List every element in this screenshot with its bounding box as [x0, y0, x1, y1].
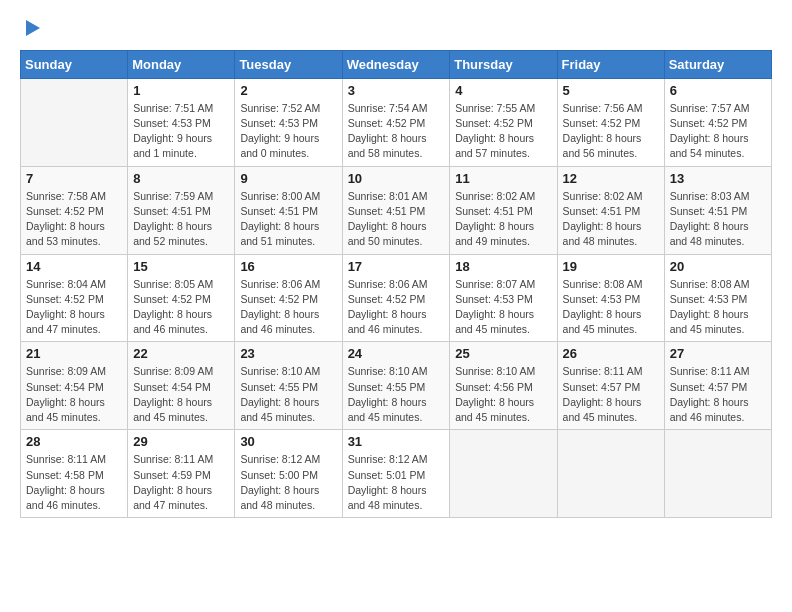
day-of-week-header: Tuesday [235, 50, 342, 78]
day-number: 20 [670, 259, 766, 274]
day-number: 14 [26, 259, 122, 274]
day-number: 30 [240, 434, 336, 449]
day-number: 27 [670, 346, 766, 361]
day-number: 25 [455, 346, 551, 361]
calendar-cell: 28Sunrise: 8:11 AM Sunset: 4:58 PM Dayli… [21, 430, 128, 518]
day-number: 6 [670, 83, 766, 98]
calendar-cell: 1Sunrise: 7:51 AM Sunset: 4:53 PM Daylig… [128, 78, 235, 166]
day-info: Sunrise: 8:11 AM Sunset: 4:57 PM Dayligh… [563, 364, 659, 425]
day-number: 2 [240, 83, 336, 98]
calendar-cell: 25Sunrise: 8:10 AM Sunset: 4:56 PM Dayli… [450, 342, 557, 430]
day-info: Sunrise: 8:11 AM Sunset: 4:59 PM Dayligh… [133, 452, 229, 513]
calendar-table: SundayMondayTuesdayWednesdayThursdayFrid… [20, 50, 772, 518]
day-number: 5 [563, 83, 659, 98]
day-number: 7 [26, 171, 122, 186]
calendar-cell: 27Sunrise: 8:11 AM Sunset: 4:57 PM Dayli… [664, 342, 771, 430]
day-number: 3 [348, 83, 445, 98]
day-of-week-header: Wednesday [342, 50, 450, 78]
day-number: 28 [26, 434, 122, 449]
day-info: Sunrise: 8:03 AM Sunset: 4:51 PM Dayligh… [670, 189, 766, 250]
day-number: 11 [455, 171, 551, 186]
calendar-cell: 5Sunrise: 7:56 AM Sunset: 4:52 PM Daylig… [557, 78, 664, 166]
day-info: Sunrise: 8:10 AM Sunset: 4:55 PM Dayligh… [348, 364, 445, 425]
calendar-cell: 30Sunrise: 8:12 AM Sunset: 5:00 PM Dayli… [235, 430, 342, 518]
logo [20, 20, 40, 40]
day-number: 8 [133, 171, 229, 186]
calendar-cell [450, 430, 557, 518]
day-info: Sunrise: 8:12 AM Sunset: 5:00 PM Dayligh… [240, 452, 336, 513]
day-info: Sunrise: 7:55 AM Sunset: 4:52 PM Dayligh… [455, 101, 551, 162]
calendar-cell: 2Sunrise: 7:52 AM Sunset: 4:53 PM Daylig… [235, 78, 342, 166]
day-info: Sunrise: 7:57 AM Sunset: 4:52 PM Dayligh… [670, 101, 766, 162]
day-info: Sunrise: 8:11 AM Sunset: 4:57 PM Dayligh… [670, 364, 766, 425]
calendar-cell: 4Sunrise: 7:55 AM Sunset: 4:52 PM Daylig… [450, 78, 557, 166]
calendar-cell: 17Sunrise: 8:06 AM Sunset: 4:52 PM Dayli… [342, 254, 450, 342]
calendar-cell: 22Sunrise: 8:09 AM Sunset: 4:54 PM Dayli… [128, 342, 235, 430]
day-of-week-header: Saturday [664, 50, 771, 78]
day-info: Sunrise: 8:09 AM Sunset: 4:54 PM Dayligh… [133, 364, 229, 425]
day-info: Sunrise: 8:09 AM Sunset: 4:54 PM Dayligh… [26, 364, 122, 425]
day-info: Sunrise: 8:08 AM Sunset: 4:53 PM Dayligh… [563, 277, 659, 338]
day-number: 18 [455, 259, 551, 274]
logo-arrow-icon [26, 20, 40, 36]
calendar-cell: 16Sunrise: 8:06 AM Sunset: 4:52 PM Dayli… [235, 254, 342, 342]
calendar-cell: 12Sunrise: 8:02 AM Sunset: 4:51 PM Dayli… [557, 166, 664, 254]
day-info: Sunrise: 7:52 AM Sunset: 4:53 PM Dayligh… [240, 101, 336, 162]
calendar-cell: 9Sunrise: 8:00 AM Sunset: 4:51 PM Daylig… [235, 166, 342, 254]
calendar-cell: 8Sunrise: 7:59 AM Sunset: 4:51 PM Daylig… [128, 166, 235, 254]
day-info: Sunrise: 8:00 AM Sunset: 4:51 PM Dayligh… [240, 189, 336, 250]
day-number: 15 [133, 259, 229, 274]
day-info: Sunrise: 8:06 AM Sunset: 4:52 PM Dayligh… [348, 277, 445, 338]
day-info: Sunrise: 7:51 AM Sunset: 4:53 PM Dayligh… [133, 101, 229, 162]
day-info: Sunrise: 8:02 AM Sunset: 4:51 PM Dayligh… [563, 189, 659, 250]
day-info: Sunrise: 8:07 AM Sunset: 4:53 PM Dayligh… [455, 277, 551, 338]
day-info: Sunrise: 8:08 AM Sunset: 4:53 PM Dayligh… [670, 277, 766, 338]
day-number: 1 [133, 83, 229, 98]
day-number: 21 [26, 346, 122, 361]
day-of-week-header: Thursday [450, 50, 557, 78]
day-number: 31 [348, 434, 445, 449]
calendar-cell: 11Sunrise: 8:02 AM Sunset: 4:51 PM Dayli… [450, 166, 557, 254]
day-info: Sunrise: 8:06 AM Sunset: 4:52 PM Dayligh… [240, 277, 336, 338]
day-number: 22 [133, 346, 229, 361]
day-number: 9 [240, 171, 336, 186]
day-number: 24 [348, 346, 445, 361]
calendar-cell: 31Sunrise: 8:12 AM Sunset: 5:01 PM Dayli… [342, 430, 450, 518]
calendar-cell [557, 430, 664, 518]
calendar-cell: 13Sunrise: 8:03 AM Sunset: 4:51 PM Dayli… [664, 166, 771, 254]
calendar-cell: 21Sunrise: 8:09 AM Sunset: 4:54 PM Dayli… [21, 342, 128, 430]
day-info: Sunrise: 8:12 AM Sunset: 5:01 PM Dayligh… [348, 452, 445, 513]
day-number: 12 [563, 171, 659, 186]
day-number: 23 [240, 346, 336, 361]
calendar-cell [664, 430, 771, 518]
day-info: Sunrise: 8:01 AM Sunset: 4:51 PM Dayligh… [348, 189, 445, 250]
calendar-cell: 29Sunrise: 8:11 AM Sunset: 4:59 PM Dayli… [128, 430, 235, 518]
day-info: Sunrise: 8:10 AM Sunset: 4:55 PM Dayligh… [240, 364, 336, 425]
day-info: Sunrise: 8:02 AM Sunset: 4:51 PM Dayligh… [455, 189, 551, 250]
day-info: Sunrise: 7:56 AM Sunset: 4:52 PM Dayligh… [563, 101, 659, 162]
day-number: 4 [455, 83, 551, 98]
day-number: 19 [563, 259, 659, 274]
calendar-cell [21, 78, 128, 166]
day-number: 17 [348, 259, 445, 274]
day-number: 29 [133, 434, 229, 449]
calendar-cell: 3Sunrise: 7:54 AM Sunset: 4:52 PM Daylig… [342, 78, 450, 166]
calendar-cell: 6Sunrise: 7:57 AM Sunset: 4:52 PM Daylig… [664, 78, 771, 166]
day-info: Sunrise: 8:05 AM Sunset: 4:52 PM Dayligh… [133, 277, 229, 338]
calendar-cell: 19Sunrise: 8:08 AM Sunset: 4:53 PM Dayli… [557, 254, 664, 342]
calendar-cell: 15Sunrise: 8:05 AM Sunset: 4:52 PM Dayli… [128, 254, 235, 342]
day-info: Sunrise: 8:04 AM Sunset: 4:52 PM Dayligh… [26, 277, 122, 338]
calendar-cell: 23Sunrise: 8:10 AM Sunset: 4:55 PM Dayli… [235, 342, 342, 430]
calendar-cell: 10Sunrise: 8:01 AM Sunset: 4:51 PM Dayli… [342, 166, 450, 254]
day-number: 16 [240, 259, 336, 274]
calendar-cell: 18Sunrise: 8:07 AM Sunset: 4:53 PM Dayli… [450, 254, 557, 342]
day-info: Sunrise: 7:58 AM Sunset: 4:52 PM Dayligh… [26, 189, 122, 250]
calendar-cell: 24Sunrise: 8:10 AM Sunset: 4:55 PM Dayli… [342, 342, 450, 430]
calendar-cell: 14Sunrise: 8:04 AM Sunset: 4:52 PM Dayli… [21, 254, 128, 342]
calendar-cell: 7Sunrise: 7:58 AM Sunset: 4:52 PM Daylig… [21, 166, 128, 254]
day-info: Sunrise: 7:54 AM Sunset: 4:52 PM Dayligh… [348, 101, 445, 162]
day-of-week-header: Friday [557, 50, 664, 78]
day-info: Sunrise: 7:59 AM Sunset: 4:51 PM Dayligh… [133, 189, 229, 250]
day-number: 13 [670, 171, 766, 186]
calendar-cell: 20Sunrise: 8:08 AM Sunset: 4:53 PM Dayli… [664, 254, 771, 342]
